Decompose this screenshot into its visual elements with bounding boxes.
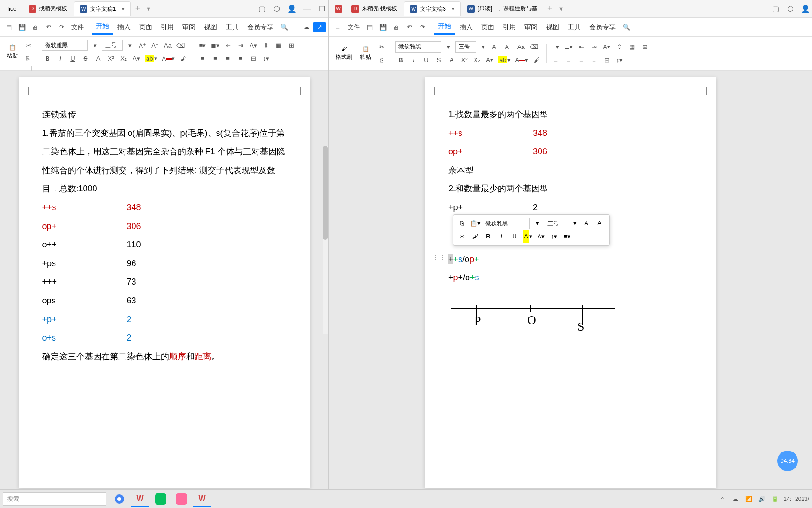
italic-button[interactable]: I [408, 55, 419, 66]
tray-cloud-icon[interactable]: ☁ [731, 494, 740, 504]
redo-icon[interactable]: ↷ [416, 22, 429, 32]
cube-icon[interactable]: ⬡ [786, 4, 795, 14]
menu-insert[interactable]: 插入 [114, 20, 134, 34]
tray-chevron-icon[interactable]: ^ [718, 494, 727, 504]
line-height-icon[interactable]: ⇕ [614, 41, 625, 53]
font-size-select[interactable]: 三号 [102, 40, 123, 51]
menu-file[interactable]: 文件 [69, 21, 86, 33]
app-icon[interactable] [172, 491, 191, 507]
menu-ref[interactable]: 引用 [499, 20, 520, 34]
shrink-font-icon[interactable]: A⁻ [595, 218, 607, 229]
text-effect-icon[interactable]: A▾ [131, 53, 142, 64]
menu-page[interactable]: 页面 [477, 20, 498, 34]
line-height-icon[interactable]: ⇕ [260, 40, 272, 51]
indent-dec-icon[interactable]: ⇤ [576, 41, 587, 53]
menu-review[interactable]: 审阅 [521, 20, 541, 34]
tray-time[interactable]: 14: [783, 496, 791, 502]
menu-member[interactable]: 会员专享 [586, 20, 619, 34]
italic-button[interactable]: I [55, 53, 66, 64]
left-tab-document1[interactable]: W 文字文稿1 • [74, 1, 131, 16]
print-icon[interactable]: 🖨 [29, 22, 41, 32]
video-timestamp-badge[interactable]: 04:34 [777, 451, 798, 471]
grow-font-icon[interactable]: A⁺ [582, 218, 593, 229]
tray-date[interactable]: 2023/ [795, 496, 809, 502]
align-center-icon[interactable]: ≡ [210, 53, 221, 64]
align-justify-icon[interactable]: ≡ [588, 55, 600, 66]
tray-battery-icon[interactable]: 🔋 [770, 494, 780, 504]
tray-volume-icon[interactable]: 🔊 [757, 494, 766, 504]
paste-button[interactable]: 📋 粘贴 [4, 40, 21, 64]
number-list-icon[interactable]: ≣▾ [563, 41, 574, 53]
cube-icon[interactable]: ⬡ [272, 4, 281, 14]
print-icon[interactable]: 🖨 [390, 22, 402, 32]
format-painter-button[interactable]: 🖌 格式刷 [333, 42, 355, 65]
text-effect-icon[interactable]: A▾ [484, 55, 495, 66]
right-tab-templates[interactable]: D 来稻壳 找模板 [346, 1, 403, 16]
menu-insert[interactable]: 插入 [456, 20, 476, 34]
copy-icon[interactable]: ⎘ [23, 53, 34, 64]
format-brush-icon[interactable]: 🖌 [178, 53, 189, 64]
document-content[interactable]: 连锁遗传 1.番茄的三个突变基因 o(扁圆果实)、p(毛果)、s(复合花序)位于… [42, 105, 287, 366]
align-left-icon[interactable]: ≡ [550, 55, 562, 66]
typography-icon[interactable]: A [93, 53, 104, 64]
avatar-icon[interactable]: 👤 [801, 4, 810, 14]
change-case-icon[interactable]: Aa [162, 40, 173, 51]
search-icon[interactable]: 🔍 [620, 22, 632, 32]
tab-dropdown[interactable]: ▾ [144, 4, 153, 13]
menu-tools[interactable]: 工具 [222, 20, 242, 34]
menu-icon[interactable]: ≡ [332, 22, 344, 32]
shading-icon[interactable]: ▦ [273, 40, 284, 51]
menu-ref[interactable]: 引用 [157, 20, 178, 34]
scrollbar[interactable] [323, 146, 328, 334]
bold-button[interactable]: B [483, 231, 494, 242]
clear-format-icon[interactable]: ⌫ [175, 40, 186, 51]
mini-font-size[interactable]: 三号 [545, 218, 567, 229]
new-icon[interactable]: ▤ [3, 22, 15, 32]
spacing-icon[interactable]: ↕▾ [614, 55, 625, 66]
text-effects-icon[interactable]: A▾ [248, 40, 259, 51]
bold-button[interactable]: B [42, 53, 53, 64]
highlight-icon[interactable]: A▾ [522, 231, 533, 242]
strike-button[interactable]: S [433, 55, 445, 66]
mini-font-name[interactable]: 微软雅黑 [483, 218, 530, 229]
copy-icon[interactable]: ⎘ [376, 55, 387, 66]
new-icon[interactable]: ▤ [364, 22, 376, 32]
redo-icon[interactable]: ↷ [55, 22, 68, 32]
menu-start[interactable]: 开始 [434, 19, 455, 35]
change-case-icon[interactable]: Aa [515, 41, 527, 53]
cut-icon[interactable]: ✂ [456, 231, 468, 242]
menu-page[interactable]: 页面 [135, 20, 156, 34]
tab-dropdown[interactable]: ▾ [556, 4, 566, 13]
borders-icon[interactable]: ⊞ [286, 40, 297, 51]
italic-button[interactable]: I [496, 231, 507, 242]
menu-review[interactable]: 审阅 [179, 20, 199, 34]
typography-icon[interactable]: A [446, 55, 457, 66]
text-effects-icon[interactable]: A▾ [601, 41, 612, 53]
tab-add-button[interactable]: + [544, 4, 556, 14]
drag-handle-icon[interactable]: ⋮⋮ [432, 250, 445, 265]
cloud-icon[interactable]: ☁ [300, 22, 312, 32]
font-name-select[interactable]: 微软雅黑 [42, 40, 88, 51]
cut-icon[interactable]: ✂ [376, 41, 387, 53]
menu-view[interactable]: 视图 [542, 20, 563, 34]
font-name-select[interactable]: 微软雅黑 [395, 41, 441, 53]
align-center-icon[interactable]: ≡ [563, 55, 574, 66]
spacing-icon[interactable]: ↕▾ [260, 53, 272, 64]
chevron-down-icon[interactable]: ▾ [477, 41, 489, 53]
chevron-down-icon[interactable]: ▾ [531, 218, 543, 229]
font-color-icon[interactable]: A▾ [160, 53, 176, 64]
superscript-icon[interactable]: X² [459, 55, 470, 66]
avatar-icon[interactable]: 👤 [287, 4, 297, 14]
cut-icon[interactable]: ✂ [23, 40, 34, 51]
subscript-icon[interactable]: X₂ [471, 55, 483, 66]
highlight-icon[interactable]: ab▾ [497, 55, 512, 66]
underline-button[interactable]: U [509, 231, 520, 242]
align-justify-icon[interactable]: ≡ [235, 53, 246, 64]
menu-start[interactable]: 开始 [92, 19, 113, 35]
shading-icon[interactable]: ▦ [626, 41, 638, 53]
indent-inc-icon[interactable]: ⇥ [588, 41, 600, 53]
format-brush-icon[interactable]: 🖌 [469, 231, 481, 242]
tray-network-icon[interactable]: 📶 [744, 494, 753, 504]
font-color-icon[interactable]: A▾ [514, 55, 530, 66]
taskbar-search[interactable]: 搜索 [3, 492, 106, 506]
